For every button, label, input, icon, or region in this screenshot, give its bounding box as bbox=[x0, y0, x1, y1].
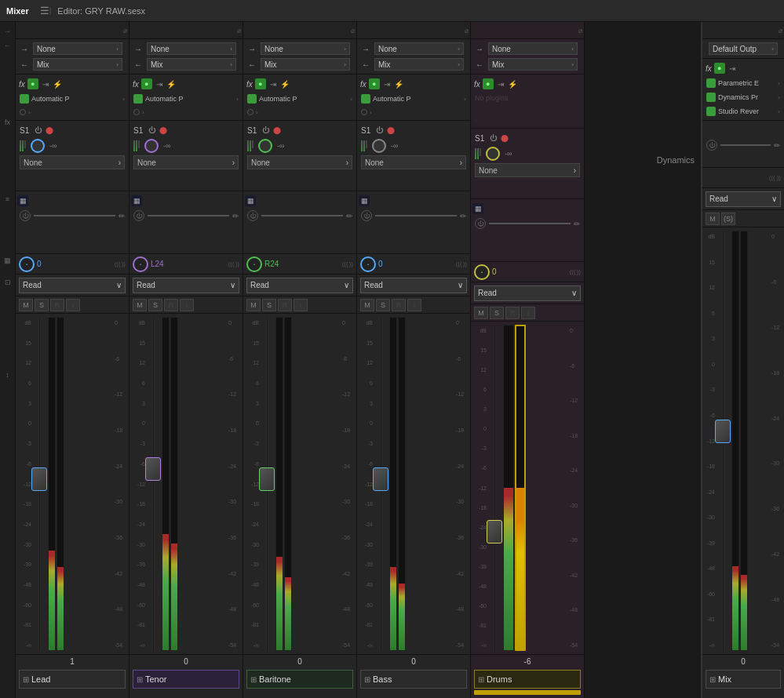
fx-green-btn-tenor[interactable]: ● bbox=[141, 78, 152, 89]
pan-knob-tenor[interactable]: • bbox=[133, 256, 148, 272]
pan-knob-bass[interactable]: • bbox=[360, 256, 376, 272]
auto-row-bass[interactable]: Read ∨ bbox=[357, 274, 470, 296]
fx-plugin-lead[interactable]: Automatic P › bbox=[17, 92, 127, 106]
fx-power-dot-tenor[interactable] bbox=[133, 109, 140, 115]
hamburger-icon[interactable]: ☰ bbox=[40, 5, 49, 16]
m-btn-drums[interactable]: M bbox=[474, 307, 488, 319]
fx-green-btn-lead[interactable]: ● bbox=[27, 78, 38, 89]
eq-power-baritone[interactable]: ⏻ bbox=[247, 210, 258, 221]
eq-pencil-baritone[interactable]: ✏ bbox=[346, 212, 352, 220]
fx-flash-icon-drums[interactable]: ⚡ bbox=[508, 80, 517, 89]
channel-name-row-tenor[interactable]: ⊞ Tenor bbox=[133, 670, 239, 689]
s-btn-master[interactable]: (S) bbox=[721, 213, 735, 225]
fx-flash-icon-bass[interactable]: ⚡ bbox=[394, 80, 403, 89]
auto-row-tenor[interactable]: Read ∨ bbox=[129, 274, 242, 296]
output-label-bass[interactable]: Mix› bbox=[374, 58, 464, 71]
output-label-drums[interactable]: Mix› bbox=[488, 58, 578, 71]
fx-green-btn-drums[interactable]: ● bbox=[483, 78, 494, 89]
send-power-drums[interactable]: ⏻ bbox=[490, 134, 497, 142]
sidebar-arrow-left[interactable]: ← bbox=[2, 39, 14, 52]
s-btn-bass[interactable]: S bbox=[376, 299, 390, 311]
none-btn-tenor[interactable]: None› bbox=[133, 155, 239, 169]
m-btn-baritone[interactable]: M bbox=[246, 299, 261, 311]
i-btn-baritone[interactable]: I bbox=[294, 299, 308, 311]
fx-power-dot-bass[interactable] bbox=[361, 109, 367, 115]
sidebar-send-toggle[interactable]: ≡ bbox=[2, 193, 14, 205]
s-btn-lead[interactable]: S bbox=[35, 299, 49, 311]
fx-plugin-bass[interactable]: Automatic P › bbox=[359, 92, 469, 106]
auto-row-master[interactable]: Read ∨ bbox=[702, 188, 784, 210]
fx-flash-icon-tenor[interactable]: ⚡ bbox=[166, 80, 176, 89]
fx-plugin-parametric[interactable]: Parametric E › bbox=[704, 76, 782, 90]
auto-row-drums[interactable]: Read ∨ bbox=[471, 282, 584, 304]
input-label-baritone[interactable]: None› bbox=[261, 42, 350, 55]
eq-power-lead[interactable]: ⏻ bbox=[20, 210, 31, 221]
send-flash-bass[interactable]: ⬤ bbox=[387, 126, 395, 134]
i-btn-tenor[interactable]: I bbox=[180, 299, 194, 311]
send-flash-tenor[interactable]: ⬤ bbox=[159, 126, 167, 134]
s-btn-tenor[interactable]: S bbox=[148, 299, 162, 311]
send-flash-baritone[interactable]: ⬤ bbox=[273, 126, 281, 134]
r-btn-lead[interactable]: R bbox=[50, 299, 64, 311]
fx-plugin-studio-reverb[interactable]: Studio Rever › bbox=[704, 104, 782, 118]
pan-knob-baritone[interactable]: • bbox=[246, 256, 262, 272]
fx-green-btn-master[interactable]: ● bbox=[714, 63, 725, 74]
send-power-bass[interactable]: ⏻ bbox=[376, 126, 383, 134]
sidebar-track-toggle[interactable]: ↕ bbox=[2, 369, 14, 381]
input-label-tenor[interactable]: None› bbox=[147, 42, 236, 55]
fx-green-btn-baritone[interactable]: ● bbox=[255, 78, 266, 89]
eq-pencil-bass[interactable]: ✏ bbox=[460, 212, 466, 220]
send-power-tenor[interactable]: ⏻ bbox=[148, 126, 155, 134]
fx-send-icon-master[interactable]: ⇥ bbox=[727, 64, 737, 73]
fx-send-icon-bass[interactable]: ⇥ bbox=[382, 80, 392, 89]
sidebar-eq-toggle[interactable]: ▦ bbox=[2, 254, 14, 267]
fx-power-dot-lead[interactable] bbox=[20, 109, 26, 115]
send-knob-tenor[interactable] bbox=[144, 139, 159, 153]
m-btn-tenor[interactable]: M bbox=[133, 299, 147, 311]
eq-toggle-icon-lead[interactable]: ▦ bbox=[17, 195, 28, 206]
send-power-baritone[interactable]: ⏻ bbox=[262, 126, 269, 134]
vertical-fader-master[interactable] bbox=[715, 231, 731, 651]
r-btn-bass[interactable]: R bbox=[392, 299, 406, 311]
channel-name-row-drums[interactable]: ⊞ Drums bbox=[474, 670, 581, 689]
eq-toggle-icon-tenor[interactable]: ▦ bbox=[131, 195, 142, 206]
r-btn-baritone[interactable]: R bbox=[278, 299, 292, 311]
fx-send-icon-tenor[interactable]: ⇥ bbox=[155, 80, 164, 89]
send-power-lead[interactable]: ⏻ bbox=[35, 126, 42, 134]
s-btn-baritone[interactable]: S bbox=[262, 299, 276, 311]
fx-green-btn-bass[interactable]: ● bbox=[369, 78, 380, 89]
none-btn-bass[interactable]: None› bbox=[361, 155, 466, 169]
sidebar-clip-toggle[interactable]: ⊡ bbox=[2, 276, 14, 289]
none-btn-baritone[interactable]: None› bbox=[247, 155, 352, 169]
output-label-lead[interactable]: Mix › bbox=[33, 58, 122, 71]
fx-power-dot-baritone[interactable] bbox=[247, 109, 253, 115]
channel-name-row-baritone[interactable]: ⊞ Baritone bbox=[246, 670, 353, 689]
sidebar-fx-toggle[interactable]: fx bbox=[2, 116, 14, 129]
fx-plugin-baritone[interactable]: Automatic P › bbox=[245, 92, 355, 106]
output-label-tenor[interactable]: Mix› bbox=[147, 58, 236, 71]
fx-send-icon-baritone[interactable]: ⇥ bbox=[268, 80, 278, 89]
fx-flash-icon-lead[interactable]: ⚡ bbox=[53, 80, 62, 89]
i-btn-lead[interactable]: I bbox=[66, 299, 80, 311]
pan-knob-lead[interactable]: • bbox=[19, 256, 35, 272]
eq-toggle-icon-bass[interactable]: ▦ bbox=[359, 195, 370, 206]
r-btn-drums[interactable]: R bbox=[505, 307, 520, 319]
i-btn-bass[interactable]: I bbox=[407, 299, 421, 311]
r-btn-tenor[interactable]: R bbox=[164, 299, 178, 311]
none-btn-drums[interactable]: None› bbox=[475, 163, 580, 177]
channel-name-row-bass[interactable]: ⊞ Bass bbox=[360, 670, 467, 689]
vertical-fader-bass[interactable] bbox=[373, 317, 388, 651]
s-btn-drums[interactable]: S bbox=[490, 307, 504, 319]
m-btn-master[interactable]: M bbox=[706, 213, 720, 225]
fx-flash-icon-baritone[interactable]: ⚡ bbox=[280, 80, 290, 89]
output-label-master[interactable]: Default Outp › bbox=[709, 42, 778, 55]
channel-name-row-lead[interactable]: ⊞ Lead bbox=[19, 670, 126, 689]
send-flash-drums[interactable]: ⬤ bbox=[501, 134, 509, 142]
i-btn-drums[interactable]: I bbox=[521, 307, 535, 319]
eq-power-drums[interactable]: ⏻ bbox=[475, 218, 486, 229]
eq-pencil-lead[interactable]: ✏ bbox=[119, 212, 125, 220]
fx-plugin-tenor[interactable]: Automatic P › bbox=[131, 92, 241, 106]
eq-pencil-drums[interactable]: ✏ bbox=[574, 220, 580, 228]
vertical-fader-drums[interactable] bbox=[487, 325, 502, 651]
fx-send-icon-drums[interactable]: ⇥ bbox=[496, 80, 505, 89]
